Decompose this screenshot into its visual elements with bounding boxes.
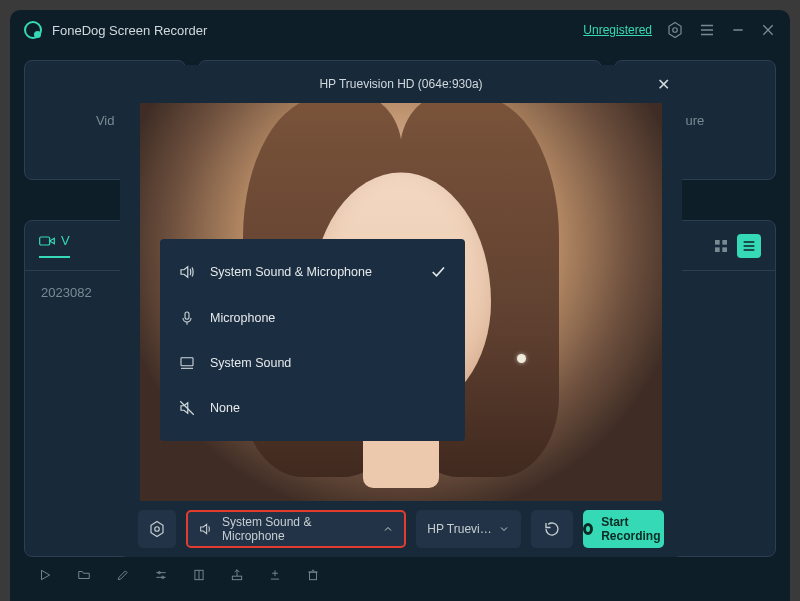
camera-device-label: HP Truevi… (427, 522, 491, 536)
titlebar-right: Unregistered (583, 21, 776, 39)
svg-point-38 (155, 527, 160, 532)
svg-rect-33 (181, 358, 193, 366)
chevron-up-icon (382, 523, 394, 535)
bottom-toolbar (38, 563, 762, 587)
svg-rect-12 (722, 247, 727, 252)
start-recording-button[interactable]: Start Recording (583, 510, 664, 548)
file-name: 2023082 (41, 285, 92, 300)
record-button-label: Start Recording (601, 515, 664, 543)
svg-rect-10 (722, 240, 727, 245)
camera-device-button[interactable]: HP Truevi… (416, 510, 521, 548)
sliders-icon[interactable] (154, 568, 168, 582)
audio-source-menu: System Sound & Microphone Microphone Sy (160, 239, 465, 441)
svg-marker-39 (201, 524, 207, 533)
svg-rect-23 (232, 576, 241, 580)
menu-icon[interactable] (698, 21, 716, 39)
audio-option-microphone[interactable]: Microphone (160, 295, 465, 341)
check-icon (429, 263, 447, 281)
speaker-muted-icon (178, 399, 196, 417)
svg-marker-0 (669, 23, 681, 38)
tab-video-label: V (61, 233, 70, 248)
svg-rect-27 (310, 572, 317, 580)
close-icon[interactable] (760, 22, 776, 38)
mode-card-left-label: Vid (96, 113, 115, 128)
svg-rect-11 (715, 247, 720, 252)
export-icon[interactable] (230, 568, 244, 582)
minimize-icon[interactable] (730, 22, 746, 38)
view-list-button[interactable] (737, 234, 761, 258)
svg-marker-30 (181, 267, 188, 278)
unregistered-link[interactable]: Unregistered (583, 23, 652, 37)
webcam-modal: HP Truevision HD (064e:930a) ✕ (120, 65, 682, 557)
camera-preview: System Sound & Microphone Microphone Sy (140, 103, 662, 501)
modal-close-button[interactable]: ✕ (657, 75, 670, 94)
settings-hex-icon[interactable] (666, 21, 684, 39)
microphone-icon (178, 309, 196, 327)
rotate-button[interactable] (531, 510, 573, 548)
add-icon[interactable] (268, 568, 282, 582)
speaker-icon (198, 521, 214, 537)
modal-settings-button[interactable] (138, 510, 176, 548)
video-icon (39, 235, 55, 247)
svg-rect-31 (185, 312, 189, 319)
audio-option-label: System Sound (210, 356, 291, 370)
audio-option-label: Microphone (210, 311, 275, 325)
audio-option-system-and-mic[interactable]: System Sound & Microphone (160, 249, 465, 295)
audio-option-system-sound[interactable]: System Sound (160, 341, 465, 385)
folder-icon[interactable] (76, 568, 92, 582)
app-title: FoneDog Screen Recorder (52, 23, 207, 38)
app-logo-icon (24, 21, 42, 39)
chevron-down-icon (498, 523, 510, 535)
audio-option-label: None (210, 401, 240, 415)
modal-header: HP Truevision HD (064e:930a) ✕ (120, 65, 682, 103)
svg-rect-9 (715, 240, 720, 245)
modal-controls: System Sound & Microphone HP Truevi… Sta… (120, 501, 682, 557)
view-toggle (709, 234, 761, 258)
audio-option-label: System Sound & Microphone (210, 265, 372, 279)
svg-marker-37 (151, 522, 163, 537)
tab-video[interactable]: V (39, 233, 70, 258)
svg-rect-8 (40, 237, 50, 245)
trash-icon[interactable] (306, 568, 320, 582)
edit-icon[interactable] (116, 568, 130, 582)
app-window: FoneDog Screen Recorder Unregistered Vid… (10, 10, 790, 601)
audio-option-none[interactable]: None (160, 385, 465, 431)
view-grid-button[interactable] (709, 234, 733, 258)
svg-point-1 (673, 28, 678, 33)
play-icon[interactable] (38, 568, 52, 582)
speaker-icon (178, 263, 196, 281)
svg-marker-16 (42, 570, 50, 579)
audio-source-button[interactable]: System Sound & Microphone (186, 510, 406, 548)
modal-title: HP Truevision HD (064e:930a) (319, 77, 482, 91)
record-icon (583, 523, 593, 535)
mode-card-right-label: ure (685, 113, 704, 128)
monitor-icon (178, 355, 196, 371)
titlebar: FoneDog Screen Recorder Unregistered (10, 10, 790, 50)
preview-earring (517, 354, 526, 363)
compress-icon[interactable] (192, 568, 206, 582)
audio-source-label: System Sound & Microphone (222, 515, 374, 543)
